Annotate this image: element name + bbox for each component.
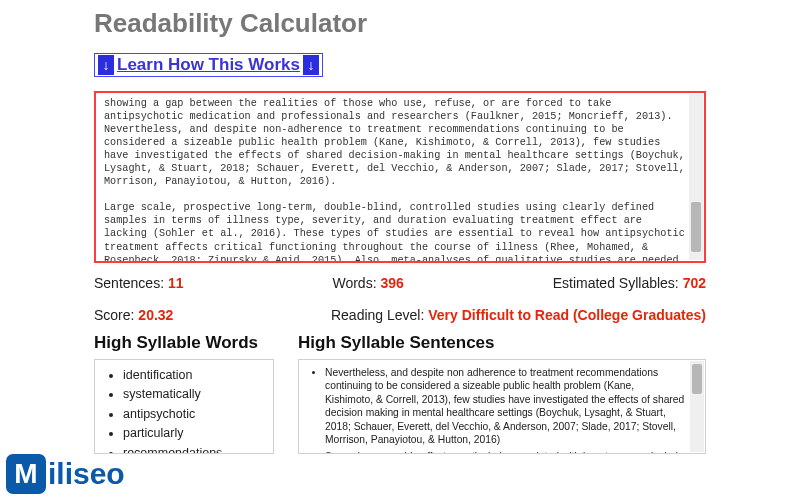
syllables-value: 702 [683, 275, 706, 291]
reading-level-label: Reading Level: [331, 307, 424, 323]
logo-text: iliseo [48, 457, 125, 491]
learn-how-link[interactable]: ↓ Learn How This Works ↓ [94, 53, 323, 77]
list-item: systematically [123, 385, 255, 404]
list-item: Second, severe side effects, particularl… [325, 450, 685, 454]
list-item: particularly [123, 424, 255, 443]
syllables-label: Estimated Syllables: [553, 275, 679, 291]
words-label: Words: [332, 275, 376, 291]
learn-link-text: Learn How This Works [114, 55, 303, 75]
list-item: identification [123, 366, 255, 385]
scrollbar-thumb[interactable] [692, 364, 702, 394]
stats-row: Sentences: 11 Words: 396 Estimated Sylla… [94, 275, 706, 291]
list-item: recommendations [123, 444, 255, 455]
syllables-stat: Estimated Syllables: 702 [553, 275, 706, 291]
list-item: antipsychotic [123, 405, 255, 424]
score-value: 20.32 [138, 307, 173, 323]
words-stat: Words: 396 [332, 275, 403, 291]
list-item: Nevertheless, and despite non adherence … [325, 366, 685, 446]
list-scrollbar[interactable] [690, 361, 704, 452]
source-text-content: showing a gap between the realities of t… [96, 93, 704, 261]
high-syllable-sentences-list[interactable]: Nevertheless, and despite non adherence … [298, 359, 706, 454]
source-text-input[interactable]: showing a gap between the realities of t… [94, 91, 706, 263]
sentences-label: Sentences: [94, 275, 164, 291]
page-title: Readability Calculator [94, 8, 706, 39]
arrow-down-icon: ↓ [98, 55, 114, 75]
reading-level-stat: Reading Level: Very Difficult to Read (C… [331, 307, 706, 323]
arrow-down-icon: ↓ [303, 55, 319, 75]
textarea-scrollbar[interactable] [689, 94, 703, 260]
high-syllable-words-heading: High Syllable Words [94, 333, 274, 353]
words-value: 396 [380, 275, 403, 291]
sentences-value: 11 [168, 275, 184, 291]
score-row: Score: 20.32 Reading Level: Very Difficu… [94, 307, 706, 323]
score-label: Score: [94, 307, 134, 323]
scrollbar-thumb[interactable] [691, 202, 701, 252]
reading-level-value: Very Difficult to Read (College Graduate… [428, 307, 706, 323]
high-syllable-sentences-heading: High Syllable Sentences [298, 333, 706, 353]
miliseo-logo: Miliseo [6, 454, 125, 494]
score-stat: Score: 20.32 [94, 307, 173, 323]
sentences-stat: Sentences: 11 [94, 275, 184, 291]
logo-badge: M [6, 454, 46, 494]
high-syllable-words-list[interactable]: identification systematically antipsycho… [94, 359, 274, 454]
